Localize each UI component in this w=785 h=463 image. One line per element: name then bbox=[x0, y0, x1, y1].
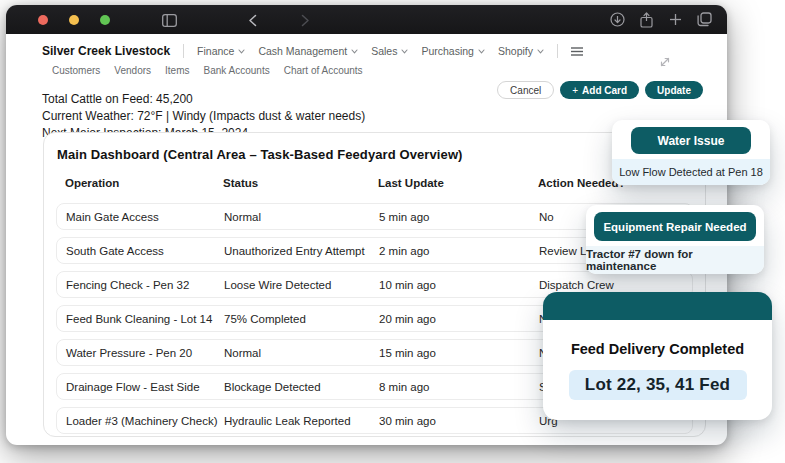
nav-label: Finance bbox=[197, 45, 234, 57]
column-header-status: Status bbox=[223, 177, 378, 189]
nav-label: Purchasing bbox=[421, 45, 474, 57]
cell-status: Hydraulic Leak Reported bbox=[224, 415, 379, 427]
subnav-item-vendors[interactable]: Vendors bbox=[114, 65, 151, 76]
cell-status: Loose Wire Detected bbox=[224, 279, 379, 291]
cell-status: Blockage Detected bbox=[224, 381, 379, 393]
forward-icon[interactable] bbox=[297, 12, 313, 28]
cell-operation: Drainage Flow - East Side bbox=[66, 381, 224, 393]
action-buttons: Cancel +Add Card Update bbox=[497, 81, 703, 99]
close-window-button[interactable] bbox=[38, 15, 48, 25]
nav-item-cash-management[interactable]: Cash Management bbox=[258, 45, 358, 57]
cell-operation: South Gate Access bbox=[66, 245, 224, 257]
cell-status: Unauthorized Entry Attempt bbox=[224, 245, 379, 257]
cell-action: Dispatch Crew bbox=[539, 279, 692, 291]
subnav-item-bank-accounts[interactable]: Bank Accounts bbox=[204, 65, 270, 76]
sub-navigation: Customers Vendors Items Bank Accounts Ch… bbox=[6, 58, 727, 76]
download-icon[interactable] bbox=[609, 12, 625, 28]
plus-icon: + bbox=[572, 85, 578, 96]
cell-last-update: 10 min ago bbox=[379, 279, 539, 291]
equipment-repair-button[interactable]: Equipment Repair Needed bbox=[594, 212, 756, 241]
cell-operation: Fencing Check - Pen 32 bbox=[66, 279, 224, 291]
share-icon[interactable] bbox=[638, 12, 654, 28]
column-header-last-update: Last Update bbox=[378, 177, 538, 189]
app-header: Silver Creek Livestock Finance Cash Mana… bbox=[6, 34, 727, 58]
cell-last-update: 5 min ago bbox=[379, 211, 539, 223]
subnav-item-customers[interactable]: Customers bbox=[52, 65, 100, 76]
header-divider bbox=[183, 44, 184, 58]
chevron-down-icon bbox=[478, 49, 485, 54]
minimize-window-button[interactable] bbox=[69, 15, 79, 25]
cell-operation: Main Gate Access bbox=[66, 211, 224, 223]
nav-label: Shopify bbox=[498, 45, 533, 57]
table-header: Operation Status Last Update Action Need… bbox=[65, 177, 705, 189]
feed-delivery-title: Feed Delivery Completed bbox=[543, 341, 772, 357]
chevron-down-icon bbox=[238, 49, 245, 54]
nav-item-sales[interactable]: Sales bbox=[371, 45, 408, 57]
app-title: Silver Creek Livestock bbox=[42, 44, 170, 58]
subnav-item-chart-of-accounts[interactable]: Chart of Accounts bbox=[284, 65, 363, 76]
chevron-down-icon bbox=[401, 49, 408, 54]
cell-last-update: 20 min ago bbox=[379, 313, 539, 325]
sidebar-toggle-icon[interactable] bbox=[161, 12, 177, 28]
feed-delivery-lots-badge: Lot 22, 35, 41 Fed bbox=[569, 370, 747, 400]
cell-operation: Feed Bunk Cleaning - Lot 14 bbox=[66, 313, 224, 325]
equipment-repair-card: Equipment Repair Needed Tractor #7 down … bbox=[586, 205, 764, 274]
new-tab-icon[interactable] bbox=[667, 12, 683, 28]
titlebar-actions bbox=[609, 5, 712, 34]
back-icon[interactable] bbox=[244, 12, 260, 28]
cell-status: Normal bbox=[224, 347, 379, 359]
chevron-down-icon bbox=[537, 49, 544, 54]
chevron-down-icon bbox=[351, 49, 358, 54]
feed-delivery-card: Feed Delivery Completed Lot 22, 35, 41 F… bbox=[543, 292, 772, 420]
equipment-repair-detail: Tractor #7 down for maintenance bbox=[586, 246, 764, 274]
cell-operation: Loader #3 (Machinery Check) bbox=[66, 415, 224, 427]
cell-last-update: 2 min ago bbox=[379, 245, 539, 257]
water-issue-card: Water Issue Low Flow Detected at Pen 18 bbox=[612, 120, 770, 185]
water-issue-detail: Low Flow Detected at Pen 18 bbox=[612, 159, 770, 185]
window-controls bbox=[38, 5, 110, 34]
water-issue-button[interactable]: Water Issue bbox=[631, 127, 751, 154]
expand-icon[interactable] bbox=[659, 56, 671, 68]
page-background: { "colors": { "teal": "#0d5c64", "light_… bbox=[0, 0, 785, 463]
cell-last-update: 8 min ago bbox=[379, 381, 539, 393]
nav-item-purchasing[interactable]: Purchasing bbox=[421, 45, 485, 57]
tabs-icon[interactable] bbox=[696, 12, 712, 28]
cell-status: 75% Completed bbox=[224, 313, 379, 325]
subnav-item-items[interactable]: Items bbox=[165, 65, 189, 76]
nav-label: Cash Management bbox=[258, 45, 347, 57]
update-button[interactable]: Update bbox=[645, 81, 703, 99]
add-card-label: Add Card bbox=[582, 85, 627, 96]
window-titlebar bbox=[6, 5, 727, 34]
dashboard-title: Main Dashboard (Central Area – Task-Base… bbox=[57, 147, 705, 162]
cell-status: Normal bbox=[224, 211, 379, 223]
cancel-button[interactable]: Cancel bbox=[497, 81, 554, 99]
cell-operation: Water Pressure - Pen 20 bbox=[66, 347, 224, 359]
hamburger-menu-icon[interactable] bbox=[571, 47, 583, 56]
cell-last-update: 30 min ago bbox=[379, 415, 539, 427]
nav-label: Sales bbox=[371, 45, 397, 57]
add-card-button[interactable]: +Add Card bbox=[560, 81, 639, 99]
header-divider bbox=[557, 44, 558, 58]
nav-item-shopify[interactable]: Shopify bbox=[498, 45, 544, 57]
cell-last-update: 15 min ago bbox=[379, 347, 539, 359]
maximize-window-button[interactable] bbox=[100, 15, 110, 25]
nav-item-finance[interactable]: Finance bbox=[197, 45, 245, 57]
feed-delivery-header-band bbox=[543, 292, 772, 320]
column-header-operation: Operation bbox=[65, 177, 223, 189]
